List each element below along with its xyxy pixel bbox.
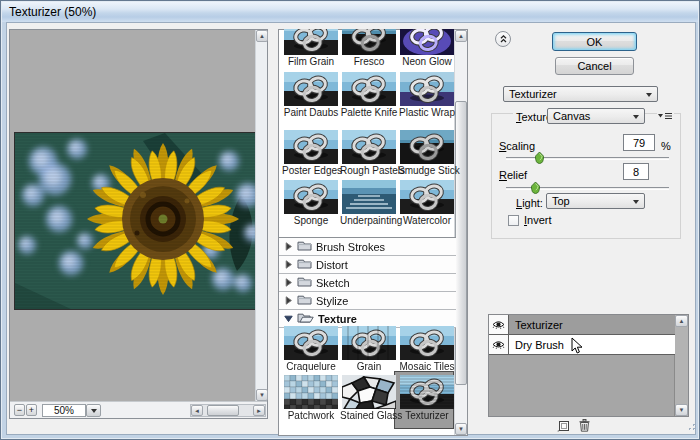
triangle-collapsed-icon[interactable]	[284, 278, 293, 287]
layers-scrollbar[interactable]: ▲ ▼	[674, 315, 688, 416]
scroll-right-icon[interactable]: ►	[253, 405, 265, 416]
relief-input[interactable]	[623, 163, 649, 180]
chevron-down-icon	[91, 409, 97, 416]
filter-thumbnail-palette-knife[interactable]: Palette Knife	[340, 72, 398, 118]
filter-thumbnail-image	[400, 180, 454, 214]
filter-thumbnail-mosaic-tiles[interactable]: Mosaic Tiles	[398, 326, 456, 372]
texture-dropdown[interactable]: Canvas	[547, 108, 645, 124]
filter-thumbnail-image	[342, 375, 396, 409]
filter-thumbnail-image	[342, 29, 396, 55]
category-label: Distort	[316, 259, 348, 271]
invert-checkbox[interactable]	[508, 215, 519, 226]
filter-thumbnail-image	[284, 72, 338, 106]
invert-label: Invert	[524, 214, 552, 226]
folder-icon	[297, 240, 312, 253]
category-sketch[interactable]: Sketch	[279, 274, 456, 292]
filter-thumbnail-watercolor[interactable]: Watercolor	[398, 180, 456, 226]
scaling-unit: %	[661, 140, 671, 152]
filter-thumbnail-smudge-stick[interactable]: Smudge Stick	[398, 130, 456, 176]
filter-thumbnail-rough-pastels[interactable]: Rough Pastels	[340, 130, 398, 176]
filter-thumbnail-image	[342, 72, 396, 106]
filter-thumbnail-plastic-wrap[interactable]: Plastic Wrap	[398, 72, 456, 118]
delete-effect-layer-button[interactable]	[579, 419, 590, 432]
scroll-up-icon[interactable]: ▲	[455, 30, 467, 42]
texture-flyout-menu-button[interactable]	[657, 110, 674, 122]
filter-thumbnail-label: Paint Daubs	[282, 107, 340, 118]
mouse-cursor	[571, 337, 583, 354]
effect-layer-name: Texturizer	[509, 319, 563, 331]
filter-thumbnail-fresco[interactable]: Fresco	[340, 29, 398, 67]
chevron-down-icon	[633, 200, 639, 207]
effect-layers-panel: ▲ ▼ TexturizerDry Brush	[488, 314, 689, 417]
preview-horizontal-scrollbar[interactable]: ◄ ►	[190, 404, 266, 417]
filter-thumbnail-image	[284, 375, 338, 409]
category-label: Texture	[318, 313, 357, 325]
filter-thumbnail-image	[400, 375, 454, 409]
filter-thumbnail-image	[284, 29, 338, 55]
light-value: Top	[552, 195, 570, 207]
filter-thumbnail-label: Stained Glass	[340, 410, 398, 421]
filter-thumbnail-texturizer[interactable]: Texturizer	[398, 375, 456, 421]
scroll-down-icon[interactable]: ▼	[256, 389, 268, 401]
category-brush-strokes[interactable]: Brush Strokes	[279, 238, 456, 256]
filter-thumbnail-craquelure[interactable]: Craquelure	[282, 326, 340, 372]
category-label: Stylize	[316, 295, 348, 307]
zoom-in-button[interactable]: +	[26, 404, 37, 416]
scroll-down-icon[interactable]: ▼	[675, 404, 688, 416]
filter-thumbnail-paint-daubs[interactable]: Paint Daubs	[282, 72, 340, 118]
preview-image	[14, 132, 256, 310]
scroll-left-icon[interactable]: ◄	[191, 405, 203, 416]
filter-thumbnail-label: Rough Pastels	[340, 165, 398, 176]
filter-thumbnail-image	[400, 326, 454, 360]
zoom-level-dropdown[interactable]	[86, 404, 101, 417]
filter-thumbnail-label: Film Grain	[282, 56, 340, 67]
preview-vertical-scrollbar[interactable]: ▲ ▼	[255, 30, 267, 401]
new-effect-layer-button[interactable]	[557, 420, 570, 432]
gallery-scroll-thumb[interactable]	[455, 101, 467, 385]
filter-thumbnail-poster-edges[interactable]: Poster Edges	[282, 130, 340, 176]
filter-thumbnail-film-grain[interactable]: Film Grain	[282, 29, 340, 67]
chevron-down-icon	[646, 93, 652, 100]
filter-thumbnail-patchwork[interactable]: Patchwork	[282, 375, 340, 421]
visibility-toggle[interactable]	[489, 315, 509, 334]
effect-layer-row-texturizer[interactable]: Texturizer	[489, 315, 675, 335]
zoom-out-button[interactable]: −	[14, 404, 25, 416]
filter-thumbnail-neon-glow[interactable]: Neon Glow	[398, 29, 456, 67]
scaling-input[interactable]	[623, 134, 655, 151]
filter-thumbnail-label: Plastic Wrap	[398, 107, 456, 118]
triangle-collapsed-icon[interactable]	[284, 242, 293, 251]
preview-panel: ▲ ▼ − + 50% ◄ ►	[9, 29, 268, 419]
triangle-expanded-icon[interactable]	[284, 314, 293, 323]
scroll-down-icon[interactable]: ▼	[455, 423, 467, 435]
ok-button[interactable]: OK	[552, 32, 637, 51]
triangle-collapsed-icon[interactable]	[284, 260, 293, 269]
filter-thumbnail-label: Watercolor	[398, 215, 456, 226]
scroll-up-icon[interactable]: ▲	[256, 30, 268, 42]
scroll-up-icon[interactable]: ▲	[675, 315, 688, 327]
resize-grip[interactable]	[684, 419, 697, 432]
filter-thumbnail-grain[interactable]: Grain	[340, 326, 398, 372]
filter-thumbnail-stained-glass[interactable]: Stained Glass	[340, 375, 398, 421]
filter-select-dropdown[interactable]: Texturizer	[503, 86, 658, 102]
folder-icon	[297, 276, 312, 289]
category-distort[interactable]: Distort	[279, 256, 456, 274]
filter-thumbnail-image	[284, 180, 338, 214]
filter-thumbnail-sponge[interactable]: Sponge	[282, 180, 340, 226]
invert-row: Invert	[508, 214, 552, 226]
filter-thumbnail-underpainting[interactable]: Underpainting	[340, 180, 398, 226]
collapse-panel-button[interactable]	[495, 31, 511, 47]
light-dropdown[interactable]: Top	[546, 193, 645, 209]
category-stylize[interactable]: Stylize	[279, 292, 456, 310]
cancel-button[interactable]: Cancel	[555, 57, 634, 75]
eye-icon	[492, 320, 505, 329]
window-titlebar[interactable]: Texturizer (50%)	[2, 2, 698, 22]
visibility-toggle[interactable]	[489, 335, 509, 354]
scaling-slider-track[interactable]	[506, 157, 669, 160]
horizontal-scroll-thumb[interactable]	[207, 405, 239, 416]
effect-layer-name: Dry Brush	[509, 339, 564, 351]
relief-slider-thumb[interactable]	[531, 182, 540, 194]
flyout-menu-icon	[658, 112, 673, 120]
zoom-level-value: 50%	[42, 404, 86, 417]
triangle-collapsed-icon[interactable]	[284, 296, 293, 305]
scaling-slider-thumb[interactable]	[535, 152, 544, 164]
